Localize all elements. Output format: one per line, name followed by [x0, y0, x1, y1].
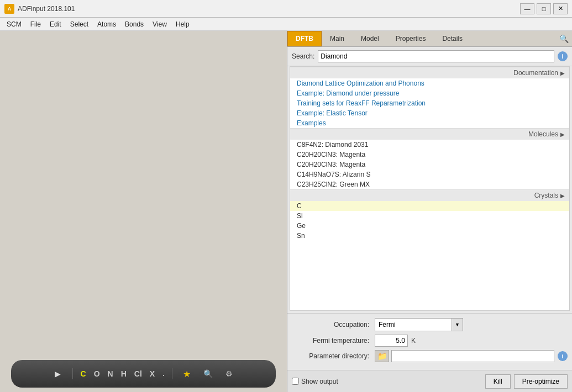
crystal-item-si[interactable]: Si — [290, 211, 569, 221]
element-h-tool[interactable]: H — [120, 367, 128, 380]
molecule-viewer — [0, 31, 287, 356]
search-tool[interactable]: 🔍 — [200, 366, 216, 382]
molecule-item-1[interactable]: C8F4N2: Diamond 2031 — [290, 140, 569, 150]
param-dir-path-input[interactable] — [391, 350, 554, 362]
param-dir-label: Parameter directory: — [292, 352, 375, 360]
toolbar-divider-1 — [72, 368, 73, 379]
molecule-item-5[interactable]: C23H25ClN2: Green MX — [290, 179, 569, 189]
documentation-section-header[interactable]: Documentation ▶ — [290, 67, 569, 78]
search-bar: Search: i — [287, 47, 572, 66]
menu-bar: SCM File Edit Select Atoms Bonds View He… — [0, 18, 572, 31]
param-dir-info-icon[interactable]: i — [558, 351, 568, 361]
molecule-item-3[interactable]: C20H20ClN3: Magenta — [290, 160, 569, 169]
show-output-checkbox[interactable] — [292, 378, 299, 385]
left-panel: ▶ C O N H Cl X . ★ 🔍 ⚙ — [0, 31, 287, 392]
minimize-button[interactable]: — — [520, 3, 534, 14]
menu-bonds[interactable]: Bonds — [120, 18, 148, 30]
fermi-temp-control: K — [375, 335, 568, 347]
crystal-item-sn[interactable]: Sn — [290, 231, 569, 241]
toolbar-divider-2 — [172, 368, 172, 379]
show-output-label[interactable]: Show output — [301, 378, 338, 385]
occupation-row: Occupation: Fermi ▼ — [292, 318, 568, 331]
documentation-label: Documentation — [513, 69, 558, 77]
molecule-item-2[interactable]: C20H20ClN3: Magenta — [290, 150, 569, 160]
tab-dftb[interactable]: DFTB — [287, 31, 322, 46]
menu-edit[interactable]: Edit — [45, 18, 66, 30]
element-o-tool[interactable]: O — [93, 367, 101, 380]
occupation-value: Fermi — [379, 321, 396, 329]
bottom-toolbar: ▶ C O N H Cl X . ★ 🔍 ⚙ — [11, 360, 276, 388]
fermi-temp-row: Fermi temperature: K — [292, 335, 568, 347]
molecules-chevron: ▶ — [560, 131, 565, 137]
search-label: Search: — [292, 52, 314, 60]
doc-link-5[interactable]: Examples — [290, 118, 569, 128]
menu-help[interactable]: Help — [171, 18, 194, 30]
search-input[interactable] — [318, 50, 554, 62]
bottom-bar: Show output Kill Pre-optimize — [287, 370, 572, 392]
crystals-section-header[interactable]: Crystals ▶ — [290, 189, 569, 201]
search-info-icon[interactable]: i — [558, 51, 568, 61]
crystals-label: Crystals — [534, 192, 558, 199]
molecules-label: Molecules — [528, 130, 558, 138]
right-panel: DFTB Main Model Properties Details 🔍 Sea… — [287, 31, 572, 392]
element-x-tool[interactable]: X — [149, 367, 156, 380]
param-dir-folder-button[interactable]: 📁 — [375, 350, 389, 362]
title-bar: A ADFinput 2018.101 — □ ✕ — [0, 0, 572, 18]
element-n-tool[interactable]: N — [107, 367, 114, 380]
kill-button[interactable]: Kill — [485, 374, 511, 389]
cursor-tool[interactable]: ▶ — [50, 366, 66, 382]
menu-file[interactable]: File — [26, 18, 45, 30]
molecule-item-4[interactable]: C14H9NaO7S: Alizarin S — [290, 169, 569, 179]
fermi-temp-label: Fermi temperature: — [292, 337, 375, 345]
tab-main[interactable]: Main — [322, 31, 353, 46]
occupation-dropdown-arrow[interactable]: ▼ — [452, 318, 463, 331]
occupation-control: Fermi ▼ — [375, 318, 568, 331]
tab-model[interactable]: Model — [353, 31, 387, 46]
app-title: ADFinput 2018.101 — [18, 5, 520, 13]
molecules-section-header[interactable]: Molecules ▶ — [290, 128, 569, 140]
element-c-tool[interactable]: C — [80, 367, 87, 380]
crystals-chevron: ▶ — [560, 193, 565, 199]
tab-details[interactable]: Details — [434, 31, 471, 46]
documentation-chevron: ▶ — [560, 70, 565, 76]
tab-properties[interactable]: Properties — [387, 31, 434, 46]
fermi-temp-unit: K — [411, 337, 416, 345]
crystal-item-ge[interactable]: Ge — [290, 221, 569, 231]
window-controls: — □ ✕ — [520, 3, 568, 14]
element-subscript-tool[interactable]: . — [161, 368, 165, 380]
menu-scm[interactable]: SCM — [2, 18, 26, 30]
menu-view[interactable]: View — [148, 18, 171, 30]
doc-link-2[interactable]: Example: Diamond under pressure — [290, 88, 569, 98]
param-dir-control: 📁 i — [375, 350, 568, 362]
menu-select[interactable]: Select — [66, 18, 93, 30]
app-icon: A — [4, 4, 14, 14]
star-tool[interactable]: ★ — [179, 366, 195, 382]
tab-search-icon[interactable]: 🔍 — [558, 33, 570, 45]
menu-atoms[interactable]: Atoms — [93, 18, 120, 30]
results-area: Documentation ▶ Diamond Lattice Optimiza… — [290, 66, 570, 311]
doc-link-3[interactable]: Training sets for ReaxFF Reparametrizati… — [290, 98, 569, 108]
param-dir-row: Parameter directory: 📁 i — [292, 350, 568, 362]
doc-link-1[interactable]: Diamond Lattice Optimization and Phonons — [290, 78, 569, 88]
element-cl-tool[interactable]: Cl — [133, 367, 143, 380]
occupation-dropdown[interactable]: Fermi — [375, 318, 452, 331]
pre-optimize-button[interactable]: Pre-optimize — [514, 374, 568, 389]
doc-link-4[interactable]: Example: Elastic Tensor — [290, 108, 569, 118]
main-layout: ▶ C O N H Cl X . ★ 🔍 ⚙ DFTB Main Model P… — [0, 31, 572, 392]
settings-area: Occupation: Fermi ▼ Fermi temperature: K — [287, 313, 572, 370]
crystal-item-c[interactable]: C — [290, 201, 569, 211]
close-button[interactable]: ✕ — [553, 3, 568, 14]
fermi-temp-input[interactable] — [375, 335, 408, 347]
settings-tool[interactable]: ⚙ — [221, 366, 237, 382]
occupation-label: Occupation: — [292, 321, 375, 329]
show-output-group: Show output — [292, 378, 338, 385]
tab-bar: DFTB Main Model Properties Details 🔍 — [287, 31, 572, 47]
maximize-button[interactable]: □ — [537, 3, 551, 14]
